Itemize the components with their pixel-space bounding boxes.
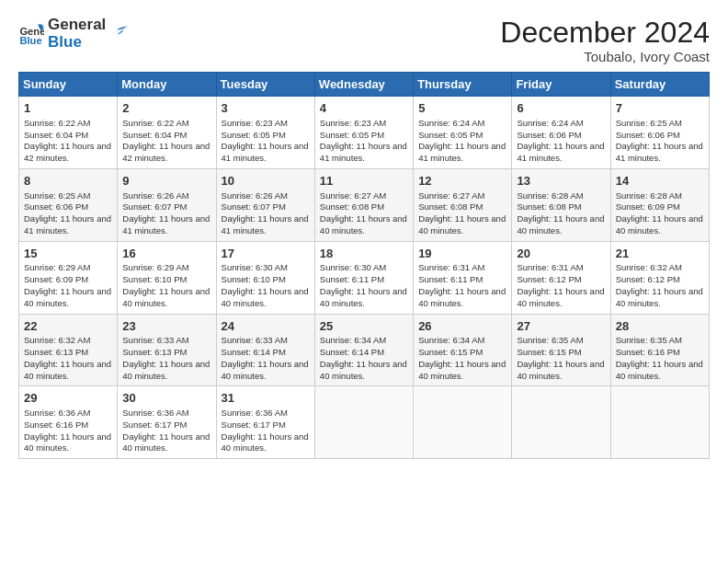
sunrise: Sunrise: 6:22 AM (24, 118, 90, 128)
day-number: 4 (320, 100, 408, 117)
day-number: 3 (222, 100, 310, 117)
daylight: Daylight: 11 hours and 40 minutes. (24, 431, 111, 454)
sunrise: Sunrise: 6:35 AM (616, 335, 682, 345)
calendar-cell: 13Sunrise: 6:28 AMSunset: 6:08 PMDayligh… (512, 168, 610, 241)
day-number: 2 (122, 100, 210, 117)
sunset: Sunset: 6:12 PM (616, 274, 680, 284)
svg-text:Blue: Blue (19, 35, 41, 46)
daylight: Daylight: 11 hours and 40 minutes. (320, 213, 407, 236)
sunrise: Sunrise: 6:32 AM (616, 262, 682, 272)
sunrise: Sunrise: 6:26 AM (122, 190, 188, 201)
calendar-cell: 19Sunrise: 6:31 AMSunset: 6:11 PMDayligh… (414, 241, 512, 314)
calendar-cell: 25Sunrise: 6:34 AMSunset: 6:14 PMDayligh… (314, 314, 413, 386)
calendar-table: Sunday Monday Tuesday Wednesday Thursday… (18, 72, 710, 459)
daylight: Daylight: 11 hours and 41 minutes. (222, 141, 309, 163)
daylight: Daylight: 11 hours and 40 minutes. (616, 213, 703, 236)
col-monday: Monday (118, 73, 216, 97)
sunrise: Sunrise: 6:31 AM (418, 262, 484, 272)
calendar-cell: 8Sunrise: 6:25 AMSunset: 6:06 PMDaylight… (19, 168, 118, 241)
calendar-cell: 10Sunrise: 6:26 AMSunset: 6:07 PMDayligh… (216, 168, 314, 241)
calendar-cell: 26Sunrise: 6:34 AMSunset: 6:15 PMDayligh… (414, 314, 512, 386)
daylight: Daylight: 11 hours and 40 minutes. (24, 286, 111, 308)
daylight: Daylight: 11 hours and 40 minutes. (320, 286, 407, 308)
sunrise: Sunrise: 6:23 AM (222, 118, 288, 128)
sunset: Sunset: 6:11 PM (320, 274, 384, 284)
calendar-cell: 28Sunrise: 6:35 AMSunset: 6:16 PMDayligh… (610, 314, 709, 386)
logo-bird-icon (109, 24, 130, 44)
col-friday: Friday (512, 73, 610, 97)
calendar-cell: 27Sunrise: 6:35 AMSunset: 6:15 PMDayligh… (512, 314, 610, 386)
daylight: Daylight: 11 hours and 40 minutes. (517, 286, 604, 308)
sunset: Sunset: 6:17 PM (222, 419, 286, 430)
day-number: 20 (517, 246, 605, 262)
day-number: 21 (616, 246, 704, 262)
daylight: Daylight: 11 hours and 41 minutes. (24, 213, 111, 236)
col-tuesday: Tuesday (216, 73, 314, 97)
sunset: Sunset: 6:14 PM (222, 347, 286, 357)
calendar-cell: 4Sunrise: 6:23 AMSunset: 6:05 PMDaylight… (314, 97, 413, 169)
calendar-title: December 2024 (500, 17, 710, 49)
sunset: Sunset: 6:08 PM (517, 201, 581, 212)
sunset: Sunset: 6:06 PM (517, 130, 581, 140)
sunset: Sunset: 6:15 PM (517, 347, 581, 357)
sunset: Sunset: 6:13 PM (24, 347, 88, 357)
calendar-week-3: 15Sunrise: 6:29 AMSunset: 6:09 PMDayligh… (19, 241, 710, 314)
calendar-cell (610, 386, 709, 459)
daylight: Daylight: 11 hours and 40 minutes. (616, 286, 703, 308)
sunset: Sunset: 6:05 PM (418, 130, 483, 140)
day-number: 19 (418, 246, 506, 262)
sunrise: Sunrise: 6:22 AM (122, 118, 188, 128)
sunrise: Sunrise: 6:27 AM (418, 190, 484, 201)
calendar-cell: 11Sunrise: 6:27 AMSunset: 6:08 PMDayligh… (314, 168, 413, 241)
calendar-cell: 2Sunrise: 6:22 AMSunset: 6:04 PMDaylight… (118, 97, 216, 169)
daylight: Daylight: 11 hours and 40 minutes. (222, 431, 309, 454)
sunrise: Sunrise: 6:36 AM (122, 408, 188, 418)
sunrise: Sunrise: 6:28 AM (616, 190, 682, 201)
header-row: Sunday Monday Tuesday Wednesday Thursday… (19, 73, 710, 97)
day-number: 25 (320, 318, 408, 335)
calendar-cell (314, 386, 413, 459)
calendar-cell: 21Sunrise: 6:32 AMSunset: 6:12 PMDayligh… (610, 241, 709, 314)
day-number: 13 (517, 173, 605, 190)
calendar-week-4: 22Sunrise: 6:32 AMSunset: 6:13 PMDayligh… (19, 314, 710, 386)
calendar-cell: 1Sunrise: 6:22 AMSunset: 6:04 PMDaylight… (19, 97, 118, 169)
title-block: December 2024 Toubalo, Ivory Coast (500, 17, 710, 64)
calendar-cell: 14Sunrise: 6:28 AMSunset: 6:09 PMDayligh… (610, 168, 709, 241)
calendar-cell: 29Sunrise: 6:36 AMSunset: 6:16 PMDayligh… (19, 386, 118, 459)
sunset: Sunset: 6:14 PM (320, 347, 384, 357)
calendar-week-1: 1Sunrise: 6:22 AMSunset: 6:04 PMDaylight… (19, 97, 710, 169)
daylight: Daylight: 11 hours and 40 minutes. (517, 213, 604, 236)
calendar-cell: 16Sunrise: 6:29 AMSunset: 6:10 PMDayligh… (118, 241, 216, 314)
sunset: Sunset: 6:04 PM (122, 130, 187, 140)
col-wednesday: Wednesday (314, 73, 413, 97)
day-number: 1 (24, 100, 112, 117)
daylight: Daylight: 11 hours and 40 minutes. (122, 359, 210, 381)
logo: General Blue General Blue (18, 17, 130, 51)
day-number: 17 (222, 246, 310, 262)
col-thursday: Thursday (414, 73, 512, 97)
calendar-cell: 22Sunrise: 6:32 AMSunset: 6:13 PMDayligh… (19, 314, 118, 386)
day-number: 8 (24, 173, 112, 190)
sunrise: Sunrise: 6:35 AM (517, 335, 583, 345)
sunrise: Sunrise: 6:32 AM (24, 335, 90, 345)
daylight: Daylight: 11 hours and 40 minutes. (320, 359, 407, 381)
sunset: Sunset: 6:08 PM (418, 201, 483, 212)
day-number: 18 (320, 246, 408, 262)
sunset: Sunset: 6:07 PM (122, 201, 187, 212)
calendar-cell: 3Sunrise: 6:23 AMSunset: 6:05 PMDaylight… (216, 97, 314, 169)
daylight: Daylight: 11 hours and 41 minutes. (418, 141, 506, 163)
col-sunday: Sunday (19, 73, 118, 97)
daylight: Daylight: 11 hours and 42 minutes. (122, 141, 210, 163)
sunrise: Sunrise: 6:34 AM (418, 335, 484, 345)
calendar-cell: 17Sunrise: 6:30 AMSunset: 6:10 PMDayligh… (216, 241, 314, 314)
logo-line1: General (48, 17, 106, 34)
daylight: Daylight: 11 hours and 42 minutes. (24, 141, 111, 163)
calendar-cell: 31Sunrise: 6:36 AMSunset: 6:17 PMDayligh… (216, 386, 314, 459)
day-number: 28 (616, 318, 704, 335)
day-number: 6 (517, 100, 605, 117)
day-number: 12 (418, 173, 506, 190)
daylight: Daylight: 11 hours and 41 minutes. (616, 141, 703, 163)
sunrise: Sunrise: 6:29 AM (24, 262, 90, 272)
daylight: Daylight: 11 hours and 40 minutes. (122, 286, 210, 308)
daylight: Daylight: 11 hours and 40 minutes. (122, 431, 210, 454)
